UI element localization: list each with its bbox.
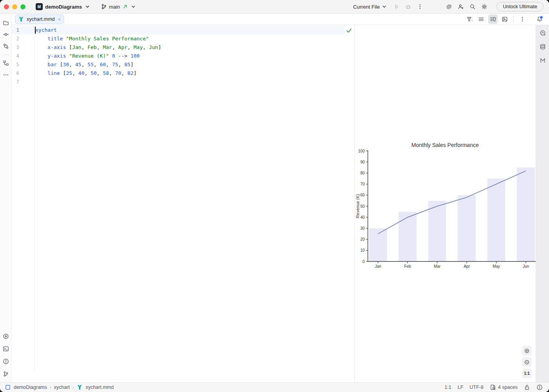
breadcrumb-folder[interactable]: xychart bbox=[54, 385, 69, 390]
project-name: demoDiagrams bbox=[45, 4, 82, 10]
run-configuration-selector[interactable]: Current File bbox=[353, 4, 388, 10]
chart-bar bbox=[487, 179, 505, 262]
divider bbox=[513, 16, 514, 22]
code-token: title bbox=[47, 36, 63, 42]
add-user-icon[interactable] bbox=[456, 2, 466, 12]
indent-label: 4 spaces bbox=[498, 385, 518, 390]
title-bar: M demoDiagrams main Current File @ Unloc… bbox=[0, 0, 549, 14]
code-token: 25 bbox=[66, 70, 72, 76]
code-line[interactable] bbox=[12, 78, 354, 86]
code-token: 55 bbox=[87, 62, 94, 67]
breadcrumb-project[interactable]: demoDiagrams bbox=[14, 385, 47, 390]
tab-label: xychart.mmd bbox=[27, 16, 55, 22]
svg-text:@: @ bbox=[447, 4, 452, 9]
inspections-widget-icon[interactable] bbox=[536, 384, 543, 390]
structure-icon[interactable] bbox=[2, 59, 10, 67]
chevron-down-icon bbox=[130, 4, 136, 10]
services-icon[interactable] bbox=[2, 332, 10, 341]
code-token bbox=[35, 36, 47, 42]
fullscreen-window-button[interactable] bbox=[20, 4, 25, 9]
commit-icon[interactable] bbox=[2, 30, 10, 39]
y-tick-label: 30 bbox=[360, 226, 365, 230]
code-token bbox=[66, 53, 69, 59]
problems-icon[interactable] bbox=[2, 357, 10, 366]
file-encoding[interactable]: UTF-8 bbox=[470, 385, 484, 390]
tab-xychart-mmd[interactable]: xychart.mmd × bbox=[15, 15, 64, 24]
branch-widget[interactable]: main bbox=[101, 4, 136, 10]
unlock-ultimate-button[interactable]: Unlock Ultimate bbox=[496, 2, 544, 11]
code-token: , bbox=[69, 62, 75, 67]
git-compare-icon[interactable] bbox=[2, 42, 10, 51]
breadcrumb-separator: › bbox=[50, 385, 51, 390]
divider bbox=[2, 54, 10, 55]
inspections-ok-icon[interactable] bbox=[346, 27, 352, 34]
code-line[interactable]: bar [30, 45, 55, 60, 75, 85] bbox=[12, 60, 354, 69]
svg-text:?: ? bbox=[471, 20, 473, 22]
code-line[interactable]: x-axis [Jan, Feb, Mar, Apr, May, Jun] bbox=[12, 43, 354, 52]
mermaid-preview-pane: Monthly Sales PerformanceRevenue (K)0102… bbox=[355, 25, 536, 382]
minimize-window-button[interactable] bbox=[12, 4, 17, 9]
close-tab-icon[interactable]: × bbox=[58, 17, 61, 22]
terminal-icon[interactable] bbox=[2, 345, 10, 353]
notifications-bell-icon[interactable] bbox=[535, 15, 544, 24]
git-branch-icon[interactable] bbox=[2, 370, 10, 378]
code-token: "Revenue (K)" bbox=[69, 53, 109, 59]
code-token: 60 bbox=[100, 62, 106, 67]
breadcrumb-separator: › bbox=[73, 385, 74, 390]
x-tick-label: Jun bbox=[523, 264, 529, 269]
more-tools-icon[interactable] bbox=[2, 71, 10, 79]
y-tick-label: 0 bbox=[362, 260, 365, 264]
code-token: 40 bbox=[78, 70, 85, 76]
x-tick-label: Feb bbox=[404, 264, 411, 269]
actual-size-button[interactable]: 1:1 bbox=[522, 368, 532, 378]
ai-at-icon[interactable]: @ bbox=[444, 2, 454, 12]
editor-only-layout-button[interactable] bbox=[476, 15, 486, 24]
close-window-button[interactable] bbox=[4, 4, 9, 9]
preview-only-layout-button[interactable] bbox=[500, 15, 509, 24]
maven-icon[interactable] bbox=[538, 56, 547, 65]
more-run-actions-button[interactable] bbox=[415, 2, 425, 12]
editor-preview-layout-button[interactable] bbox=[488, 15, 498, 24]
ai-assistant-icon[interactable] bbox=[538, 29, 547, 37]
zoom-out-button[interactable] bbox=[522, 357, 532, 367]
window-controls bbox=[4, 4, 25, 9]
y-tick-label: 90 bbox=[360, 160, 365, 164]
mermaid-icon bbox=[18, 16, 24, 22]
database-icon[interactable] bbox=[538, 42, 547, 51]
caret bbox=[35, 27, 36, 34]
code-token: , bbox=[97, 44, 103, 50]
code-token: bar bbox=[47, 62, 56, 67]
debug-button[interactable] bbox=[403, 2, 413, 12]
breadcrumb-file[interactable]: xychart.mmd bbox=[85, 385, 114, 390]
code-token: y-axis bbox=[47, 53, 66, 59]
caret-position[interactable]: 1:1 bbox=[445, 385, 451, 390]
code-line[interactable]: xychart bbox=[12, 26, 354, 34]
code-line[interactable]: title "Monthly Sales Performance" bbox=[12, 34, 354, 43]
code-token bbox=[109, 53, 112, 59]
line-ending[interactable]: LF bbox=[458, 385, 464, 390]
code-token: , bbox=[97, 70, 103, 76]
code-token: ] bbox=[158, 44, 161, 50]
indent-widget[interactable]: 4 spaces bbox=[490, 384, 518, 390]
project-folder-icon[interactable] bbox=[2, 18, 10, 27]
project-icon: M bbox=[36, 3, 43, 10]
code-token: Mar bbox=[103, 44, 112, 50]
more-options-button[interactable] bbox=[518, 15, 527, 24]
lock-open-icon[interactable] bbox=[524, 384, 530, 390]
code-token: , bbox=[81, 44, 87, 50]
code-token: , bbox=[112, 44, 118, 50]
y-tick-label: 10 bbox=[360, 248, 365, 252]
code-line[interactable]: line [25, 40, 50, 58, 70, 82] bbox=[12, 69, 354, 78]
code-editor[interactable]: 1234567 xychart title "Monthly Sales Per… bbox=[12, 25, 354, 382]
run-button[interactable] bbox=[391, 2, 402, 12]
gear-icon[interactable] bbox=[479, 2, 489, 12]
code-token: "Monthly Sales Performance" bbox=[66, 36, 149, 42]
mermaid-help-icon[interactable]: ? bbox=[465, 15, 474, 24]
zoom-in-button[interactable] bbox=[522, 346, 532, 356]
project-widget[interactable]: M demoDiagrams bbox=[36, 3, 91, 10]
code-token: May bbox=[134, 44, 143, 50]
search-icon[interactable] bbox=[467, 2, 478, 12]
code-line[interactable]: y-axis "Revenue (K)" 0 --> 100 bbox=[12, 52, 354, 60]
branch-name: main bbox=[109, 4, 120, 10]
y-tick-label: 20 bbox=[360, 237, 365, 241]
